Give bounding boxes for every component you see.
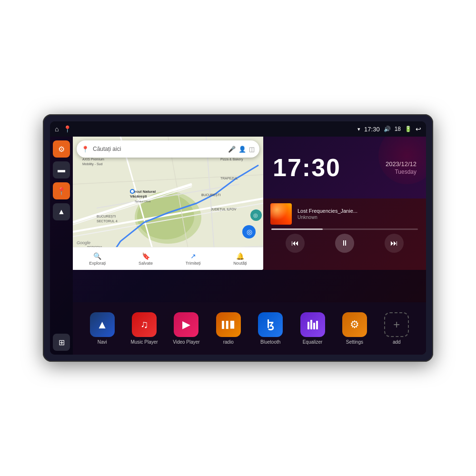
add-symbol: +	[393, 318, 400, 331]
prev-track-button[interactable]: ⏮	[286, 234, 305, 253]
prev-icon: ⏮	[291, 239, 299, 248]
equalizer-svg	[306, 318, 319, 331]
radio-symbol: ▌▌▊	[222, 321, 235, 328]
svg-text:Splaiul Unirii: Splaiul Unirii	[135, 200, 150, 203]
app-equalizer[interactable]: Equalizer	[296, 312, 329, 345]
explore-label: Explorați	[89, 261, 106, 266]
app-video-player[interactable]: ▶ Video Player	[169, 312, 203, 345]
wifi-signal-icon: ▾	[357, 126, 360, 132]
news-icon: 🔔	[236, 252, 244, 260]
music-controls: ⏮ ⏸ ⏭	[270, 234, 419, 253]
svg-rect-31	[307, 322, 309, 329]
battery-level: 18	[395, 126, 401, 132]
status-time: 17:30	[364, 126, 380, 133]
svg-rect-33	[313, 323, 315, 329]
app-settings[interactable]: ⚙ Settings	[338, 312, 371, 345]
car-head-unit: ⌂ 📍 ▾ 17:30 🔊 18 🔋 ↩ ⚙	[43, 114, 433, 362]
app-radio[interactable]: ▌▌▊ radio	[212, 312, 245, 345]
bluetooth-symbol: ɮ	[267, 318, 274, 331]
gear-icon: ⚙	[58, 145, 65, 154]
svg-text:TRAPEZUL: TRAPEZUL	[220, 177, 238, 180]
svg-text:Mobility - Sud: Mobility - Sud	[82, 162, 103, 166]
app-bluetooth[interactable]: ɮ Bluetooth	[254, 312, 287, 345]
equalizer-icon	[300, 312, 325, 337]
back-icon[interactable]: ↩	[416, 125, 421, 133]
radio-icon: ▌▌▊	[216, 312, 241, 337]
sidebar-btn-navigation[interactable]: ▲	[53, 203, 70, 220]
svg-text:Văcărești: Văcărești	[130, 194, 147, 198]
navi-label: Navi	[98, 339, 107, 345]
bluetooth-icon-bg: ɮ	[258, 312, 283, 337]
news-label: Noutăți	[233, 261, 247, 266]
app-navi[interactable]: ▲ Navi	[86, 312, 119, 345]
files-icon: ▬	[58, 166, 65, 174]
clock-widget: 17:30 2023/12/12 Tuesday	[263, 137, 426, 198]
music-progress-bar[interactable]	[271, 228, 418, 230]
battery-icon: 🔋	[405, 126, 412, 132]
navi-icon: ▲	[90, 312, 115, 337]
svg-text:BUCUREȘTI: BUCUREȘTI	[97, 215, 116, 218]
settings-label: Settings	[346, 339, 363, 345]
nav-arrow-icon: ▲	[58, 208, 65, 216]
sidebar-btn-location[interactable]: 📍	[53, 182, 70, 199]
map-send-btn[interactable]: ↗ Trimiteți	[186, 252, 201, 266]
app-add[interactable]: + add	[380, 312, 413, 345]
volume-icon: 🔊	[384, 126, 391, 132]
map-saved-btn[interactable]: 🔖 Salvate	[139, 252, 153, 266]
map-search-bar[interactable]: 📍 Căutați aici 🎤 👤 ◫	[77, 140, 259, 158]
svg-text:JUDEȚUL ILFOV: JUDEȚUL ILFOV	[211, 208, 237, 211]
music-info: Lost Frequencies_Janie... Unknown	[270, 203, 419, 225]
sidebar-btn-settings[interactable]: ⚙	[53, 140, 70, 158]
music-widget: Lost Frequencies_Janie... Unknown ⏮ ⏸	[263, 198, 426, 270]
video-player-label: Video Player	[173, 339, 200, 345]
left-sidebar: ⚙ ▬ 📍 ▲ ⊞	[50, 137, 73, 355]
next-track-button[interactable]: ⏭	[385, 234, 404, 253]
map-explore-btn[interactable]: 🔍 Explorați	[89, 252, 106, 266]
status-bar-left: ⌂ 📍	[55, 125, 71, 133]
home-icon[interactable]: ⌂	[55, 125, 59, 133]
settings-icon: ⚙	[342, 312, 367, 337]
svg-rect-34	[316, 321, 318, 329]
main-content: ⚙ ▬ 📍 ▲ ⊞	[50, 137, 426, 355]
apps-row: ▲ Navi ♫ Music Player ▶ Video Player	[73, 302, 426, 355]
map-pin-icon[interactable]: 📍	[63, 125, 71, 133]
right-panel: 17:30 2023/12/12 Tuesday Lost Freque	[263, 137, 426, 270]
video-symbol: ▶	[182, 318, 190, 331]
map-area[interactable]: BUCUREȘTI SECTORUL 4 BUCUREȘTI JUDEȚUL I…	[73, 137, 263, 270]
music-player-icon: ♫	[132, 312, 157, 337]
equalizer-label: Equalizer	[303, 339, 323, 345]
svg-text:◎: ◎	[253, 212, 258, 218]
sidebar-btn-apps[interactable]: ⊞	[53, 334, 70, 351]
play-pause-icon: ⏸	[341, 239, 348, 248]
sidebar-btn-files[interactable]: ▬	[53, 161, 70, 178]
music-text: Lost Frequencies_Janie... Unknown	[298, 208, 419, 220]
mic-icon[interactable]: 🎤	[228, 146, 236, 153]
radio-label: radio	[223, 339, 234, 345]
play-pause-button[interactable]: ⏸	[335, 234, 354, 253]
layers-icon[interactable]: ◫	[249, 146, 255, 153]
music-title: Lost Frequencies_Janie...	[298, 208, 419, 214]
google-logo: Google	[77, 240, 90, 245]
clock-day: Tuesday	[386, 169, 416, 175]
music-player-label: Music Player	[130, 339, 158, 345]
svg-text:Pizza & Bakery: Pizza & Bakery	[220, 158, 243, 161]
music-symbol: ♫	[140, 318, 149, 331]
account-icon[interactable]: 👤	[238, 146, 246, 153]
device-screen: ⌂ 📍 ▾ 17:30 🔊 18 🔋 ↩ ⚙	[50, 121, 426, 355]
status-bar-right: ▾ 17:30 🔊 18 🔋 ↩	[357, 125, 421, 133]
add-label: add	[393, 339, 401, 345]
app-music-player[interactable]: ♫ Music Player	[128, 312, 161, 345]
svg-rect-32	[310, 320, 312, 329]
clock-time: 17:30	[273, 153, 341, 182]
status-bar: ⌂ 📍 ▾ 17:30 🔊 18 🔋 ↩	[50, 121, 426, 137]
next-icon: ⏭	[390, 239, 398, 248]
navi-symbol: ▲	[97, 318, 108, 331]
music-artist: Unknown	[298, 215, 419, 220]
map-news-btn[interactable]: 🔔 Noutăți	[233, 252, 247, 266]
svg-text:BUCUREȘTI: BUCUREȘTI	[201, 193, 221, 197]
add-icon: +	[384, 312, 409, 337]
saved-icon: 🔖	[142, 252, 150, 260]
music-progress-fill	[271, 228, 323, 230]
album-art	[270, 203, 292, 225]
pin-icon: 📍	[57, 187, 66, 196]
